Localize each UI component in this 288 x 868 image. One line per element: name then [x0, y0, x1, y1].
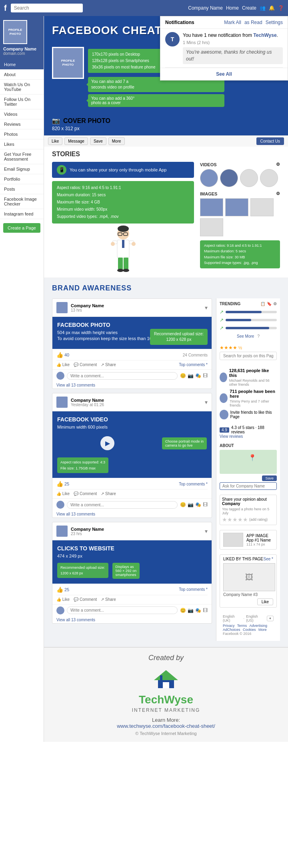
- liked-like-button[interactable]: Like: [257, 598, 273, 605]
- view-all-comments-3[interactable]: View all 13 comments: [52, 616, 212, 623]
- like-button[interactable]: Like: [48, 137, 62, 145]
- contact-us-button[interactable]: Contact Us: [256, 137, 284, 145]
- sticker-icon-1[interactable]: 🎭: [195, 373, 201, 379]
- about-section: ABOUT 📍 Save: [220, 443, 277, 490]
- like-action-2[interactable]: 👍 Like: [56, 491, 70, 496]
- create-page-button[interactable]: Create a Page: [3, 223, 40, 233]
- settings-link[interactable]: Settings: [266, 20, 283, 25]
- camera-icon-1[interactable]: 📷: [188, 373, 194, 379]
- as-read-link[interactable]: as Read: [244, 20, 262, 25]
- terms-link[interactable]: Terms: [237, 624, 247, 628]
- see-all-liked[interactable]: See *: [264, 557, 273, 561]
- gif-icon-2[interactable]: 🎞: [203, 502, 208, 508]
- sidebar-item-youtube[interactable]: Watch Us On YouTube: [0, 80, 44, 95]
- top-comments-1[interactable]: Top comments *: [179, 363, 208, 367]
- view-all-comments-1[interactable]: View all 13 comments: [52, 382, 212, 389]
- comment-input-2[interactable]: [67, 501, 178, 509]
- comment-input-row-2: 😊 📷 🎭 🎞: [52, 498, 212, 511]
- share-action-2[interactable]: ↗ Share: [101, 491, 116, 496]
- see-more-link[interactable]: See More: [237, 334, 254, 338]
- view-reviews-link[interactable]: View reviews: [220, 434, 277, 439]
- more-link[interactable]: More: [258, 628, 267, 632]
- sidebar-item-photos[interactable]: Photos: [0, 129, 44, 139]
- sidebar-item-assessment[interactable]: Get Your Free Assessment: [0, 149, 44, 164]
- camera-icon-3[interactable]: 📷: [188, 608, 194, 613]
- add-language-button[interactable]: +: [267, 616, 274, 621]
- sidebar-item-likes[interactable]: Likes: [0, 139, 44, 149]
- header-create-link[interactable]: Create: [242, 5, 256, 11]
- post-time-1: 13 hrs: [71, 308, 104, 312]
- sidebar-item-portfolio[interactable]: Portfolio: [0, 174, 44, 184]
- story-bubble-area: 📱 You can share your story only through …: [52, 162, 194, 274]
- post-chevron-1[interactable]: ▾: [205, 304, 208, 311]
- gif-icon-1[interactable]: 🎞: [203, 373, 208, 379]
- view-all-comments-2[interactable]: View all 13 comments: [52, 511, 212, 518]
- techwyse-url[interactable]: www.techwyse.com/facebook-cheat-sheet/: [117, 723, 215, 729]
- sidebar-item-home[interactable]: Home: [0, 60, 44, 70]
- content-area: FACEBOOK CHEAT SHEET PROFILEPHOTO 170x17…: [44, 16, 288, 742]
- gif-icon-3[interactable]: 🎞: [203, 608, 208, 613]
- rs-search-input[interactable]: [220, 352, 277, 360]
- sticker-icon-2[interactable]: 🎭: [195, 502, 201, 508]
- sidebar-item-posts[interactable]: Posts: [0, 184, 44, 194]
- comment-action-2[interactable]: 💬 Comment: [74, 491, 97, 496]
- map-save-button[interactable]: Save: [262, 475, 277, 481]
- emoji-icon-3[interactable]: 😊: [180, 608, 186, 613]
- sidebar-item-reviews[interactable]: Reviews: [0, 119, 44, 129]
- privacy-link[interactable]: Privacy: [223, 624, 235, 628]
- cookies-link[interactable]: Cookies: [243, 628, 256, 632]
- sidebar-item-instagram[interactable]: Instagram feed: [0, 209, 44, 219]
- story-mobile-icon: 📱: [57, 165, 66, 175]
- notification-bell-icon[interactable]: 🔔: [269, 5, 275, 11]
- top-comments-2[interactable]: Top comments *: [179, 482, 208, 486]
- images-title: IMAGES ⚙: [200, 191, 280, 196]
- sidebar-item-image-checker[interactable]: Facebook Image Checker: [0, 194, 44, 209]
- post-card-clicks: Company Name 23 hrs ▾ CLICKS TO WEBSITE …: [52, 522, 212, 623]
- sidebar-nav: Home About Watch Us On YouTube Follow Us…: [0, 60, 44, 219]
- emoji-icon-1[interactable]: 😊: [180, 373, 186, 379]
- emoji-icon-2[interactable]: 😊: [180, 502, 186, 508]
- like-action-1[interactable]: 👍 Like: [56, 363, 70, 367]
- help-icon[interactable]: ❓: [278, 5, 284, 11]
- more-button[interactable]: More: [108, 137, 125, 145]
- comment-action-1[interactable]: 💬 Comment: [74, 363, 97, 367]
- message-button[interactable]: Message: [64, 137, 88, 145]
- people-icon[interactable]: 👥: [260, 5, 266, 11]
- company-name-input[interactable]: [220, 482, 277, 490]
- search-input[interactable]: [11, 4, 83, 12]
- post-chevron-3[interactable]: ▾: [205, 528, 208, 534]
- see-all-notifications[interactable]: See All: [160, 68, 288, 80]
- video-play-button[interactable]: ▶: [100, 436, 114, 450]
- top-comments-3[interactable]: Top comments *: [179, 587, 208, 592]
- sidebar-item-about[interactable]: About: [0, 70, 44, 80]
- comment-input-3[interactable]: [67, 606, 178, 614]
- image-thumb-4: [200, 218, 223, 236]
- svg-point-9: [111, 242, 115, 246]
- sidebar-domain: domain.com: [3, 51, 40, 56]
- cover-section: 📷 COVER PHOTO 820 x 312 px: [44, 115, 288, 135]
- sidebar-item-email[interactable]: Email Signup: [0, 164, 44, 174]
- empty-stars[interactable]: ★★★★★: [222, 516, 248, 523]
- like-action-3[interactable]: 👍 Like: [56, 597, 70, 602]
- header-nav-right: Company Name Home Create 👥 🔔 ❓: [188, 5, 284, 11]
- map-area: 📍: [220, 450, 277, 474]
- header-company-name[interactable]: Company Name: [188, 5, 223, 11]
- save-button[interactable]: Save: [90, 137, 106, 145]
- reviews-section: 4.9 4.3 of 5 stars · 188 reviews View re…: [220, 425, 277, 439]
- share-action-1[interactable]: ↗ Share: [101, 363, 116, 367]
- comment-input-1[interactable]: [67, 372, 178, 380]
- share-action-3[interactable]: ↗ Share: [101, 597, 116, 602]
- sidebar-item-twitter[interactable]: Follow Us On Twitter: [0, 95, 44, 109]
- sticker-icon-3[interactable]: 🎭: [195, 608, 201, 613]
- techwyse-logo-icon: [150, 668, 182, 692]
- header-home-link[interactable]: Home: [226, 5, 239, 11]
- sidebar-item-videos[interactable]: Videos: [0, 109, 44, 119]
- comment-action-3[interactable]: 💬 Comment: [74, 597, 97, 602]
- settings-icon: ⚙: [276, 162, 280, 167]
- post-chevron-2[interactable]: ▾: [205, 399, 208, 405]
- notif-meta: 1 Mins (2 hrs): [183, 40, 283, 46]
- mark-all-link[interactable]: Mark All: [224, 20, 241, 25]
- camera-icon-2[interactable]: 📷: [188, 502, 194, 508]
- advertising-link[interactable]: Advertising: [249, 624, 267, 628]
- adchoices-link[interactable]: AdChoices: [223, 628, 240, 632]
